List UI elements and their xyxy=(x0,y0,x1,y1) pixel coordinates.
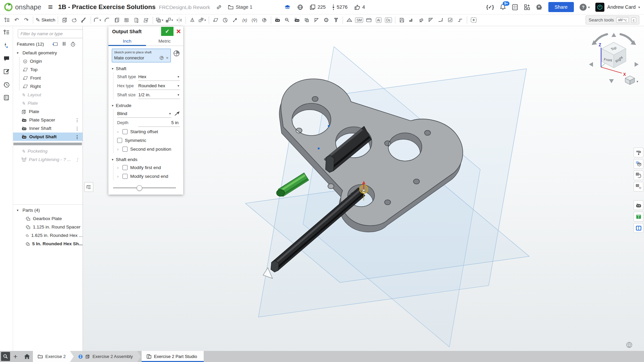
redo-icon[interactable]: ↷ xyxy=(21,15,31,25)
expand-caret-icon[interactable]: ▾ xyxy=(17,208,20,212)
versions-history-icon[interactable] xyxy=(2,81,10,89)
edu-badge[interactable] xyxy=(284,5,291,10)
notifications-button[interactable]: 9+ xyxy=(500,4,506,10)
appearance-panel-button[interactable] xyxy=(634,148,643,157)
ds-badge[interactable]: Ds xyxy=(384,15,393,25)
likes-stat[interactable]: 4 xyxy=(354,4,365,10)
part-row-round-spacer[interactable]: 1.125 in. Round Spacer xyxy=(13,223,83,231)
flip-direction-icon[interactable] xyxy=(174,111,180,116)
views-stat[interactable]: 5276 xyxy=(332,4,347,10)
undo-icon[interactable]: ↶ xyxy=(12,15,21,25)
modify-first-end-checkbox[interactable] xyxy=(122,165,128,170)
part-row-rounded-hex-1625[interactable]: 1.625 in. Rounded Hex ... xyxy=(13,231,83,240)
gusset-icon[interactable] xyxy=(312,15,321,25)
feature-row-inner-shaft[interactable]: MK Inner Shaft ⋮ xyxy=(13,124,83,133)
flange-icon[interactable] xyxy=(407,15,416,25)
cancel-button[interactable]: ✕ xyxy=(175,27,183,36)
user-menu[interactable]: Andrew Card ▾ xyxy=(595,3,640,12)
tab-exercise-2[interactable]: Exercise 2 xyxy=(33,351,74,362)
chamfer-icon[interactable] xyxy=(102,15,112,25)
rollback-bar[interactable] xyxy=(13,143,82,145)
custom-tables-button[interactable]: x) xyxy=(634,182,643,192)
comments-icon[interactable] xyxy=(2,54,10,62)
feature-row-output-shaft[interactable]: MK Output Shaft ⋮ xyxy=(13,133,83,141)
sketch-point-selection-field[interactable]: Sketch point to place shaft Mate connect… xyxy=(112,49,171,62)
green-shaft-end-cap[interactable] xyxy=(277,190,285,196)
learning-center-button[interactable] xyxy=(634,212,643,221)
search-tools-input[interactable]: Search tools alt/⌥ c xyxy=(586,15,639,24)
status-globe-icon[interactable] xyxy=(626,342,633,348)
rotate-left-arrow-icon[interactable] xyxy=(594,34,607,43)
onshape-logo[interactable]: onshape xyxy=(4,3,41,11)
sheet-metal-flange-icon[interactable] xyxy=(345,15,354,25)
feature-row-plate-spacer[interactable]: MK Plate Spacer ⋮ xyxy=(13,116,83,124)
sheet-metal-tab-icon[interactable] xyxy=(364,15,374,25)
view-cube[interactable]: Y Top Front Right Z X ▾ xyxy=(587,30,641,87)
filter-input[interactable] xyxy=(18,29,83,38)
configuration-table-button[interactable] xyxy=(634,170,643,180)
section-shaft[interactable]: ▾ Shaft xyxy=(112,66,180,71)
tab-inch[interactable]: Inch xyxy=(108,37,146,46)
mirror-icon[interactable] xyxy=(174,15,184,25)
main-menu-icon[interactable]: ≡ xyxy=(48,2,53,12)
inner-hex-shaft-end[interactable] xyxy=(326,155,334,172)
feature-row-right-plane[interactable]: Right xyxy=(19,82,83,91)
feature-row-top-plane[interactable]: Top xyxy=(19,65,83,74)
plane-icon[interactable] xyxy=(211,15,220,25)
sheet-metal-badge[interactable]: SM xyxy=(354,15,364,25)
documentation-panel-button[interactable] xyxy=(634,223,643,233)
revolve-icon[interactable] xyxy=(69,15,79,25)
parts-header[interactable]: ▾ Parts (4) xyxy=(13,206,83,214)
featurescript-check-icon[interactable]: {✓} xyxy=(486,4,494,10)
ai-badge[interactable]: Ai xyxy=(374,15,384,25)
sketch-button[interactable]: ✎Sketch xyxy=(35,15,56,25)
add-custom-feature-icon[interactable] xyxy=(469,15,479,25)
pan-up-arrow-icon[interactable] xyxy=(611,33,616,37)
feature-row-default-geometry[interactable]: ▾ Default geometry xyxy=(13,49,83,57)
sketch-point-marker[interactable] xyxy=(328,125,330,127)
public-badge[interactable] xyxy=(297,4,303,10)
eraser-icon[interactable] xyxy=(416,15,426,25)
finish-icon[interactable] xyxy=(446,15,455,25)
pause-rebuild-icon[interactable] xyxy=(62,42,66,46)
linear-pattern-icon[interactable]: ▾ xyxy=(164,15,174,25)
copies-stat[interactable]: 225 xyxy=(310,4,326,10)
frame-icon[interactable] xyxy=(302,15,312,25)
sweep-icon[interactable] xyxy=(79,15,89,25)
draft-icon[interactable] xyxy=(122,15,132,25)
transform-icon[interactable]: ▾ xyxy=(197,15,207,25)
row-menu-icon[interactable]: ⋮ xyxy=(75,157,83,162)
apps-button[interactable] xyxy=(524,4,530,10)
feature-list-toggle-button[interactable] xyxy=(84,182,93,192)
custom-feature-tube-icon[interactable]: MK xyxy=(292,15,302,25)
custom-features-panel-button[interactable]: MK xyxy=(634,200,643,210)
feature-row-plate-extrude[interactable]: Plate xyxy=(13,107,83,116)
wire-icon[interactable] xyxy=(455,15,465,25)
feature-list-icon[interactable] xyxy=(2,15,12,25)
view-cube-body[interactable]: Top Front Right xyxy=(602,42,626,68)
home-tab-button[interactable] xyxy=(21,351,33,362)
accept-button[interactable]: ✓ xyxy=(161,27,174,36)
slider-track[interactable] xyxy=(113,188,176,188)
sketch-point-marker[interactable] xyxy=(318,148,319,149)
view-options-button[interactable]: ▾ xyxy=(625,76,638,85)
mate-connector-icon[interactable] xyxy=(259,15,269,25)
expand-caret-icon[interactable]: ▾ xyxy=(17,51,20,55)
folder-breadcrumb[interactable]: Stage 1 xyxy=(228,4,252,10)
slider-knob[interactable] xyxy=(137,185,142,191)
section-extrude[interactable]: ▾ Extrude xyxy=(112,103,180,108)
dialog-opacity-slider[interactable] xyxy=(112,185,179,191)
split-icon[interactable] xyxy=(188,15,197,25)
fillet-icon[interactable]: ▾ xyxy=(93,15,102,25)
part-row-gearbox-plate[interactable]: Gearbox Plate xyxy=(13,214,83,223)
help-menu[interactable]: ? ▾ xyxy=(580,4,590,11)
task-list-icon[interactable] xyxy=(2,94,10,102)
shaft-type-select[interactable]: Hex▾ xyxy=(138,72,180,81)
save-copy-icon[interactable] xyxy=(397,15,407,25)
pan-left-arrow-icon[interactable] xyxy=(589,62,593,67)
share-button[interactable]: Share xyxy=(548,2,574,12)
custom-feature-shaft-icon[interactable]: VEX xyxy=(273,15,283,25)
helix-icon[interactable] xyxy=(220,15,230,25)
tab-exercise-2-part-studio[interactable]: Exercise 2 Part Studio xyxy=(142,351,204,362)
feature-row-pocketing[interactable]: ✎ Pocketing xyxy=(13,147,83,155)
